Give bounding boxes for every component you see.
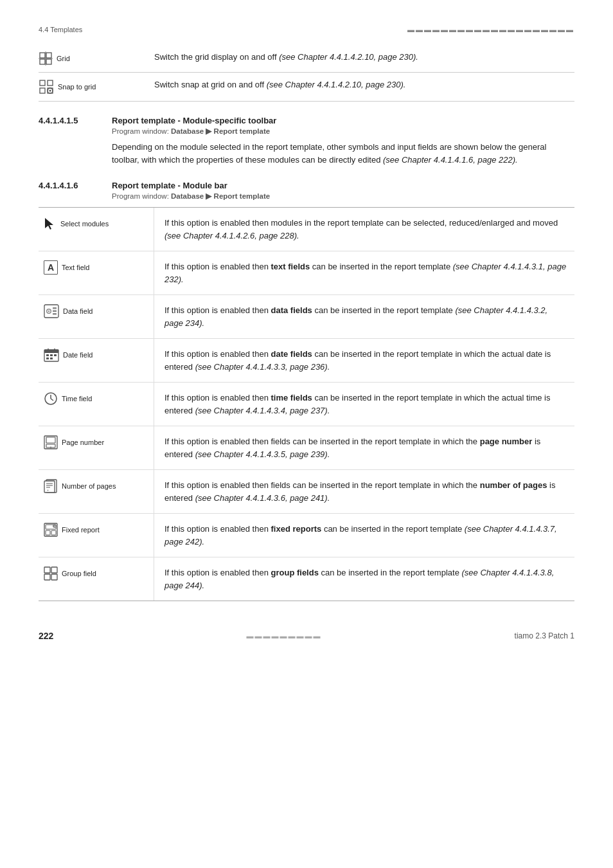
page-footer: 222 ▬▬▬▬▬▬▬▬▬ tiamo 2.3 Patch 1 — [39, 627, 574, 641]
svg-rect-49 — [51, 567, 57, 573]
snap-label: Snap to grid — [58, 83, 96, 91]
svg-rect-19 — [53, 313, 57, 315]
svg-rect-8 — [40, 88, 45, 93]
toolbar-icon-snap: Snap to grid — [39, 79, 154, 95]
page-header: 4.4 Templates ▬▬▬▬▬▬▬▬▬▬▬▬▬▬▬▬▬▬▬▬ — [39, 26, 574, 33]
svg-rect-1 — [46, 53, 51, 58]
module-row-select: Select modules If this option is enabled… — [39, 208, 574, 251]
svg-rect-18 — [53, 311, 57, 312]
module-icon-time-field: Time field — [39, 383, 154, 426]
toolbar-row-snap: Snap to grid Switch snap at grid on and … — [39, 73, 574, 102]
grid-desc-italic: (see Chapter 4.4.1.4.2.10, page 230). — [279, 52, 418, 62]
date-field-label: Date field — [63, 351, 93, 359]
snap-description: Switch snap at grid on and off (see Chap… — [154, 79, 574, 89]
module-icon-data-field: Data field — [39, 295, 154, 338]
data-field-description: If this option is enabled then data fiel… — [154, 295, 574, 338]
grid-icon — [39, 51, 53, 66]
module-icon-num-pages: + Number of pages — [39, 470, 154, 513]
module-table: Select modules If this option is enabled… — [39, 207, 574, 601]
select-modules-icon — [44, 217, 57, 231]
snap-desc-italic: (see Chapter 4.4.1.4.2.10, page 230). — [267, 80, 406, 89]
section-441415-subheading: Program window: Database ▶ Report templa… — [112, 127, 574, 136]
group-field-icon — [44, 566, 58, 581]
date-field-icon — [44, 348, 59, 362]
svg-rect-27 — [46, 357, 49, 359]
module-row-text-field: A Text field If this option is enabled t… — [39, 251, 574, 295]
section-441415-number: 4.4.1.4.1.5 — [39, 116, 96, 125]
number-of-pages-icon: + — [44, 479, 58, 493]
page-number-icon: # — [44, 435, 58, 449]
toolbar-row-grid: Grid Switch the grid display on and off … — [39, 45, 574, 73]
select-modules-label: Select modules — [60, 220, 109, 228]
svg-rect-6 — [40, 80, 45, 86]
svg-rect-3 — [46, 59, 51, 64]
data-field-icon — [44, 304, 59, 318]
section-441415-heading: 4.4.1.4.1.5 Report template - Module-spe… — [39, 116, 574, 125]
footer-brand: tiamo 2.3 Patch 1 — [515, 631, 574, 640]
num-pages-label: Number of pages — [62, 482, 116, 490]
svg-rect-26 — [54, 354, 57, 356]
section-441415-title: Report template - Module-specific toolba… — [112, 116, 276, 125]
module-icon-fixed-report: + Fixed report — [39, 514, 154, 557]
module-row-group-field: Group field If this option is enabled th… — [39, 557, 574, 601]
svg-point-16 — [48, 311, 49, 312]
group-field-label: Group field — [62, 570, 96, 577]
section-441415-body: Depending on the module selected in the … — [112, 141, 574, 167]
section-441416-number: 4.4.1.4.1.6 — [39, 181, 96, 190]
text-field-description: If this option is enabled then text fiel… — [154, 251, 574, 294]
svg-rect-28 — [50, 357, 53, 359]
header-dots: ▬▬▬▬▬▬▬▬▬▬▬▬▬▬▬▬▬▬▬▬ — [407, 26, 574, 33]
time-field-label: Time field — [62, 395, 92, 402]
page: 4.4 Templates ▬▬▬▬▬▬▬▬▬▬▬▬▬▬▬▬▬▬▬▬ Grid … — [0, 0, 613, 868]
svg-rect-51 — [51, 574, 57, 580]
snap-to-grid-icon — [39, 79, 54, 95]
svg-rect-21 — [44, 350, 58, 353]
module-row-num-pages: + Number of pages If this option is enab… — [39, 470, 574, 514]
module-row-data-field: Data field If this option is enabled the… — [39, 295, 574, 339]
svg-rect-48 — [44, 567, 50, 573]
footer-page-number: 222 — [39, 631, 53, 641]
fixed-report-icon: + — [44, 523, 58, 537]
module-row-page-number: # Page number If this option is enabled … — [39, 426, 574, 470]
grid-label: Grid — [57, 55, 70, 62]
svg-rect-25 — [50, 354, 53, 356]
svg-rect-7 — [48, 80, 53, 86]
module-icon-select: Select modules — [39, 208, 154, 251]
svg-rect-44 — [46, 530, 50, 535]
fixed-report-description: If this option is enabled then fixed rep… — [154, 514, 574, 557]
group-field-description: If this option is enabled then group fie… — [154, 557, 574, 601]
module-icon-text-field: A Text field — [39, 251, 154, 294]
fixed-report-label: Fixed report — [62, 526, 100, 534]
svg-text:+: + — [47, 488, 49, 492]
section-441416-heading: 4.4.1.4.1.6 Report template - Module bar — [39, 181, 574, 190]
module-icon-date-field: Date field — [39, 339, 154, 382]
grid-desc-text: Switch the grid display on and off — [154, 52, 279, 62]
svg-marker-12 — [45, 218, 53, 230]
svg-rect-50 — [44, 574, 50, 580]
svg-rect-45 — [51, 530, 56, 535]
module-row-fixed-report: + Fixed report If this option is enabled… — [39, 514, 574, 557]
svg-rect-24 — [46, 354, 49, 356]
svg-point-11 — [49, 90, 51, 92]
section-441416-title: Report template - Module bar — [112, 181, 227, 190]
module-icon-group-field: Group field — [39, 557, 154, 601]
data-field-label: Data field — [63, 307, 93, 315]
section-441416-subheading: Program window: Database ▶ Report templa… — [112, 192, 574, 201]
svg-rect-35 — [46, 437, 55, 443]
snap-desc-text: Switch snap at grid on and off — [154, 80, 267, 89]
svg-rect-2 — [40, 59, 45, 64]
svg-line-31 — [51, 399, 53, 401]
grid-description: Switch the grid display on and off (see … — [154, 51, 574, 62]
svg-rect-17 — [53, 307, 57, 309]
svg-text:+: + — [54, 525, 56, 528]
module-row-date-field: Date field If this option is enabled the… — [39, 339, 574, 383]
svg-rect-37 — [44, 481, 55, 493]
module-row-time-field: Time field If this option is enabled the… — [39, 383, 574, 426]
time-field-description: If this option is enabled then time fiel… — [154, 383, 574, 426]
section-label: 4.4 Templates — [39, 26, 82, 33]
module-icon-page-number: # Page number — [39, 426, 154, 469]
select-modules-description: If this option is enabled then modules i… — [154, 208, 574, 251]
text-field-icon: A — [44, 260, 58, 275]
num-pages-description: If this option is enabled then fields ca… — [154, 470, 574, 513]
svg-rect-0 — [40, 53, 45, 58]
